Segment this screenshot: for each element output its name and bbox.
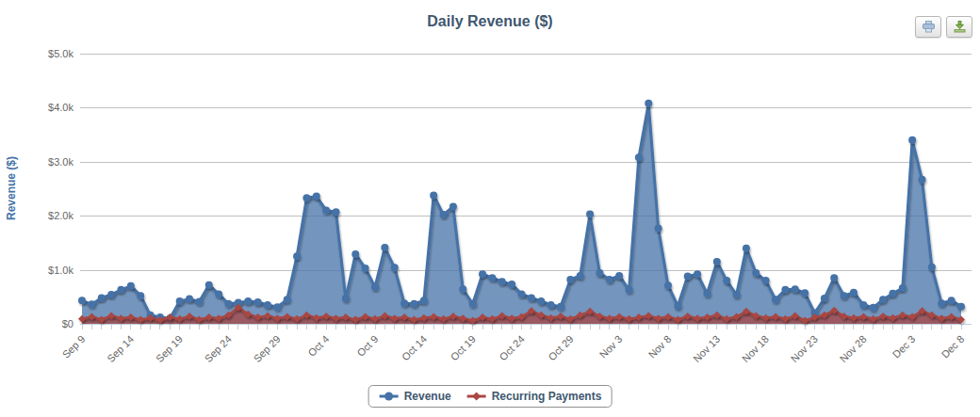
svg-text:Nov 18: Nov 18 bbox=[740, 333, 771, 364]
svg-text:Oct 29: Oct 29 bbox=[546, 333, 575, 362]
svg-text:Sep 14: Sep 14 bbox=[105, 333, 136, 364]
svg-text:Oct 4: Oct 4 bbox=[306, 333, 332, 359]
svg-text:Sep 24: Sep 24 bbox=[203, 333, 234, 364]
series-plot bbox=[78, 100, 965, 325]
gridlines bbox=[80, 55, 972, 271]
chart-panel: Daily Revenue ($) $0$1.0k$2.0k$3.0k$4.0k… bbox=[0, 0, 980, 417]
y-axis-title: Revenue ($) bbox=[5, 156, 18, 220]
svg-text:Oct 19: Oct 19 bbox=[449, 333, 478, 362]
svg-text:Nov 28: Nov 28 bbox=[838, 333, 869, 364]
svg-text:Oct 24: Oct 24 bbox=[498, 333, 527, 362]
revenue-chart: $0$1.0k$2.0k$3.0k$4.0k$5.0k Sep 9Sep 14S… bbox=[0, 0, 980, 381]
legend-item-recurring-payments[interactable]: Recurring Payments bbox=[466, 390, 602, 403]
svg-text:Oct 14: Oct 14 bbox=[400, 333, 429, 362]
svg-text:Nov 13: Nov 13 bbox=[691, 333, 722, 364]
svg-text:Dec 3: Dec 3 bbox=[890, 333, 918, 361]
legend-label-revenue: Revenue bbox=[404, 390, 451, 403]
y-axis-labels: $0$1.0k$2.0k$3.0k$4.0k$5.0k bbox=[48, 48, 74, 329]
svg-text:$2.0k: $2.0k bbox=[48, 210, 74, 221]
svg-text:$5.0k: $5.0k bbox=[48, 48, 74, 59]
legend-label-recurring-payments: Recurring Payments bbox=[492, 390, 602, 403]
legend-item-revenue[interactable]: Revenue bbox=[379, 390, 451, 403]
legend: Revenue Recurring Payments bbox=[368, 385, 612, 408]
svg-text:$3.0k: $3.0k bbox=[48, 156, 74, 168]
recurring-payments-marker-icon bbox=[466, 391, 487, 402]
svg-text:Sep 19: Sep 19 bbox=[154, 333, 185, 364]
svg-text:$0: $0 bbox=[62, 318, 74, 329]
svg-text:$1.0k: $1.0k bbox=[48, 265, 74, 276]
x-axis-labels: Sep 9Sep 14Sep 19Sep 24Sep 29Oct 4Oct 9O… bbox=[60, 333, 967, 364]
svg-text:Sep 9: Sep 9 bbox=[60, 333, 88, 361]
svg-text:Nov 8: Nov 8 bbox=[646, 333, 674, 361]
svg-text:Oct 9: Oct 9 bbox=[354, 333, 380, 359]
svg-text:Nov 23: Nov 23 bbox=[789, 333, 820, 364]
svg-text:Sep 29: Sep 29 bbox=[252, 333, 283, 364]
svg-text:$4.0k: $4.0k bbox=[48, 102, 74, 113]
revenue-marker-icon bbox=[379, 391, 400, 402]
x-axis-ticks bbox=[80, 325, 972, 330]
svg-text:Nov 3: Nov 3 bbox=[597, 333, 625, 361]
svg-text:Dec 8: Dec 8 bbox=[939, 333, 967, 361]
